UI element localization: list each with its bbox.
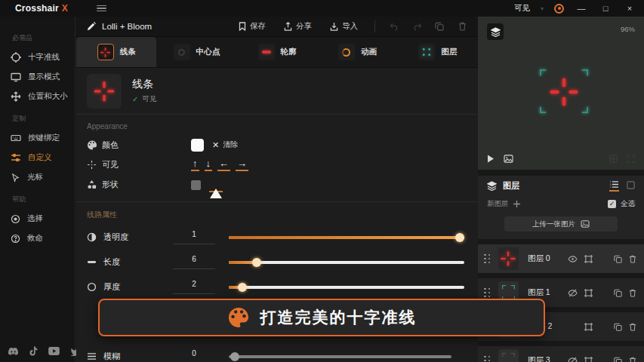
visibility-eye-off-icon[interactable] bbox=[568, 289, 578, 297]
main-header: Lolli + Bloom 保存 分享 导入 bbox=[76, 17, 478, 37]
grid-view-button[interactable] bbox=[627, 181, 635, 191]
length-row: 长度 6 bbox=[87, 250, 466, 275]
thickness-value[interactable]: 2 bbox=[173, 280, 215, 294]
preview-layers-button[interactable] bbox=[487, 23, 504, 40]
arrow-down-toggle[interactable]: ↓ bbox=[205, 158, 213, 171]
fullscreen-icon[interactable] bbox=[627, 155, 635, 163]
delete-layer-icon[interactable] bbox=[629, 357, 636, 362]
save-button[interactable]: 保存 bbox=[231, 19, 273, 34]
select-all-control[interactable]: ✓ 全选 bbox=[608, 199, 635, 209]
clear-color-button[interactable]: ✕ 清除 bbox=[212, 140, 238, 150]
delete-layer-icon[interactable] bbox=[629, 289, 636, 297]
tab-center-dot[interactable]: 中心点 bbox=[156, 37, 236, 67]
section-visible-status[interactable]: ✓ 可见 bbox=[132, 94, 156, 104]
maximize-button[interactable]: □ bbox=[599, 4, 612, 13]
blur-slider[interactable] bbox=[229, 351, 451, 362]
tab-animation[interactable]: 动画 bbox=[317, 37, 397, 67]
opacity-value[interactable]: 1 bbox=[173, 230, 215, 244]
app-logo: Crosshair bbox=[15, 3, 59, 14]
youtube-icon[interactable] bbox=[48, 347, 60, 355]
crosshair-visibility-icon[interactable] bbox=[554, 4, 564, 14]
thickness-slider-knob[interactable] bbox=[238, 283, 247, 292]
direction-toggles: ↑ ↓ ← → bbox=[191, 158, 248, 171]
lines-section-header: 线条 ✓ 可见 bbox=[76, 68, 478, 115]
duplicate-layer-icon[interactable] bbox=[614, 357, 622, 362]
line-properties-panel: 线路属性 透明度 1 长度 6 bbox=[76, 202, 478, 362]
blur-value[interactable]: 0 bbox=[173, 349, 215, 362]
drag-handle-icon[interactable] bbox=[484, 254, 491, 264]
drag-handle-icon[interactable] bbox=[484, 356, 491, 362]
layer-row-0[interactable]: 图层 0 bbox=[478, 244, 644, 273]
crop-frame-icon[interactable] bbox=[584, 323, 593, 331]
color-swatch[interactable] bbox=[191, 139, 204, 152]
opacity-slider-knob[interactable] bbox=[455, 233, 464, 242]
sidebar-item-keybinds[interactable]: 按键绑定 bbox=[11, 128, 75, 148]
sidebar-item-custom[interactable]: 自定义 bbox=[11, 148, 75, 167]
shape-square-toggle[interactable] bbox=[191, 180, 201, 190]
mini-crosshair-icon bbox=[87, 160, 102, 170]
upload-image-button[interactable]: 上传一张图片 bbox=[504, 216, 618, 232]
length-slider[interactable] bbox=[229, 257, 464, 268]
undo-icon[interactable] bbox=[384, 23, 404, 31]
delete-layer-icon[interactable] bbox=[629, 323, 636, 331]
shape-triangle-toggle[interactable] bbox=[209, 176, 223, 192]
check-icon: ✓ bbox=[132, 95, 138, 103]
select-all-checkbox[interactable]: ✓ bbox=[608, 200, 616, 208]
delete-layer-icon[interactable] bbox=[629, 255, 636, 263]
chevron-down-icon[interactable]: ▾ bbox=[541, 5, 544, 12]
sidebar-item-cursor[interactable]: 光标 bbox=[11, 167, 75, 187]
layer-name: 图层 1 bbox=[528, 287, 568, 298]
play-button[interactable] bbox=[487, 155, 495, 163]
duplicate-layer-icon[interactable] bbox=[614, 255, 622, 263]
opacity-slider[interactable] bbox=[229, 232, 464, 243]
list-view-button[interactable] bbox=[609, 180, 619, 192]
shape-toggles bbox=[191, 176, 223, 192]
background-image-button[interactable] bbox=[504, 155, 513, 163]
arrow-up-toggle[interactable]: ↑ bbox=[191, 158, 199, 171]
visibility-eye-icon[interactable] bbox=[568, 256, 578, 262]
tiktok-icon[interactable] bbox=[29, 346, 38, 356]
preset-name-group[interactable]: Lolli + Bloom bbox=[87, 22, 152, 31]
menu-icon[interactable] bbox=[97, 5, 106, 12]
duplicate-layer-icon[interactable] bbox=[614, 289, 622, 297]
minimize-button[interactable]: — bbox=[575, 4, 588, 13]
sidebar: 必需品 十字准线 显示模式 位置和大小 定制 按键绑定 自定义 光标 帮助 bbox=[0, 17, 75, 362]
sidebar-item-position-size[interactable]: 位置和大小 bbox=[11, 87, 75, 106]
sidebar-item-crosshair[interactable]: 十字准线 bbox=[11, 48, 75, 67]
shape-row: 形状 bbox=[87, 174, 466, 194]
visibility-eye-off-icon[interactable] bbox=[568, 357, 578, 362]
cursor-icon bbox=[11, 173, 20, 183]
tab-layers[interactable]: 图层 bbox=[398, 37, 478, 67]
trash-icon[interactable] bbox=[452, 22, 472, 31]
close-button[interactable]: × bbox=[623, 4, 636, 13]
center-dot-icon bbox=[174, 44, 190, 60]
new-layer-button[interactable]: 新图层 bbox=[487, 199, 520, 209]
sidebar-item-select[interactable]: 选择 bbox=[11, 209, 75, 229]
sidebar-item-display-mode[interactable]: 显示模式 bbox=[11, 67, 75, 87]
crop-frame-icon[interactable] bbox=[584, 357, 593, 362]
layer-3-thumbnail bbox=[498, 349, 519, 362]
import-button[interactable]: 导入 bbox=[322, 19, 365, 34]
share-button[interactable]: 分享 bbox=[276, 19, 319, 34]
layer-row-3[interactable]: 图层 3 bbox=[478, 346, 644, 362]
blur-slider-knob[interactable] bbox=[230, 352, 239, 361]
length-slider-knob[interactable] bbox=[252, 258, 261, 267]
crop-frame-icon[interactable] bbox=[584, 255, 593, 263]
arrow-right-toggle[interactable]: → bbox=[236, 158, 248, 171]
palette-icon bbox=[87, 140, 102, 150]
length-value[interactable]: 6 bbox=[173, 255, 215, 269]
duplicate-layer-icon[interactable] bbox=[614, 323, 622, 331]
crop-frame-icon[interactable] bbox=[584, 289, 593, 297]
redo-icon[interactable] bbox=[407, 23, 427, 31]
sidebar-item-help[interactable]: 救命 bbox=[11, 229, 75, 248]
drag-handle-icon[interactable] bbox=[484, 288, 491, 298]
arrow-left-toggle[interactable]: ← bbox=[217, 158, 230, 171]
layers-icon bbox=[487, 181, 497, 191]
grid-toggle-icon[interactable] bbox=[609, 155, 618, 163]
discord-icon[interactable] bbox=[8, 347, 19, 356]
tab-lines[interactable]: 线条 bbox=[76, 37, 156, 67]
tab-outline[interactable]: 轮廓 bbox=[237, 37, 317, 67]
duplicate-icon[interactable] bbox=[430, 22, 449, 31]
edit-pencil-icon bbox=[87, 22, 96, 31]
thickness-slider[interactable] bbox=[229, 282, 464, 293]
